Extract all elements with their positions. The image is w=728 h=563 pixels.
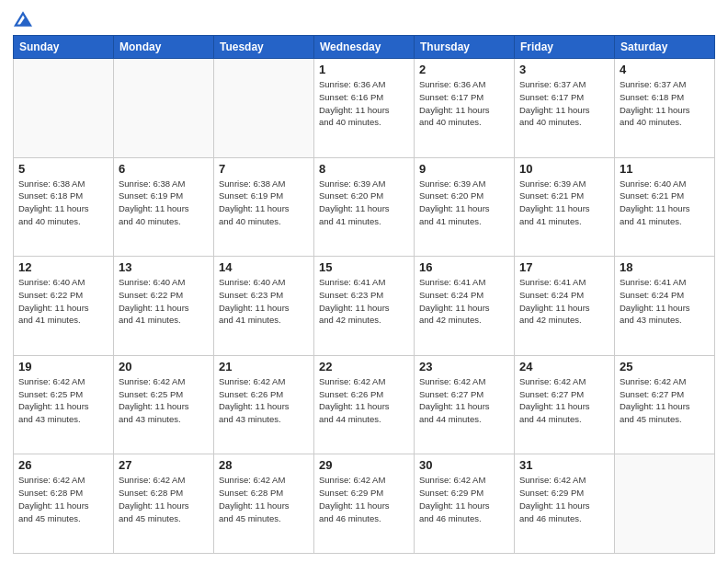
day-number: 2: [419, 63, 509, 76]
day-info: Sunrise: 6:42 AM Sunset: 6:26 PM Dayligh…: [319, 375, 409, 426]
day-info: Sunrise: 6:42 AM Sunset: 6:25 PM Dayligh…: [18, 375, 108, 426]
calendar-cell: 2Sunrise: 6:36 AM Sunset: 6:17 PM Daylig…: [415, 59, 515, 158]
day-number: 4: [620, 63, 710, 76]
day-info: Sunrise: 6:42 AM Sunset: 6:27 PM Dayligh…: [620, 375, 710, 426]
day-info: Sunrise: 6:41 AM Sunset: 6:24 PM Dayligh…: [519, 276, 609, 327]
calendar-cell: 28Sunrise: 6:42 AM Sunset: 6:28 PM Dayli…: [214, 454, 314, 554]
day-info: Sunrise: 6:40 AM Sunset: 6:22 PM Dayligh…: [119, 276, 209, 327]
day-number: 19: [18, 360, 108, 373]
day-number: 7: [219, 162, 309, 176]
calendar-cell: 12Sunrise: 6:40 AM Sunset: 6:22 PM Dayli…: [14, 257, 114, 356]
calendar-cell: 10Sunrise: 6:39 AM Sunset: 6:21 PM Dayli…: [515, 157, 615, 257]
calendar-cell: 11Sunrise: 6:40 AM Sunset: 6:21 PM Dayli…: [615, 157, 715, 257]
calendar-cell: 4Sunrise: 6:37 AM Sunset: 6:18 PM Daylig…: [615, 59, 715, 158]
day-number: 21: [219, 360, 309, 373]
day-number: 12: [18, 260, 108, 274]
day-number: 9: [419, 162, 509, 176]
day-number: 30: [419, 458, 509, 472]
week-row-1: 1Sunrise: 6:36 AM Sunset: 6:16 PM Daylig…: [14, 59, 715, 158]
calendar-cell: 18Sunrise: 6:41 AM Sunset: 6:24 PM Dayli…: [615, 257, 715, 356]
day-info: Sunrise: 6:41 AM Sunset: 6:24 PM Dayligh…: [620, 276, 710, 327]
calendar-cell: 25Sunrise: 6:42 AM Sunset: 6:27 PM Dayli…: [615, 355, 715, 454]
day-number: 17: [519, 260, 609, 274]
day-number: 26: [18, 458, 108, 472]
logo-icon: [13, 9, 33, 29]
calendar-cell: 17Sunrise: 6:41 AM Sunset: 6:24 PM Dayli…: [515, 257, 615, 356]
day-info: Sunrise: 6:41 AM Sunset: 6:24 PM Dayligh…: [419, 276, 509, 327]
day-info: Sunrise: 6:42 AM Sunset: 6:25 PM Dayligh…: [119, 375, 209, 426]
day-info: Sunrise: 6:36 AM Sunset: 6:16 PM Dayligh…: [319, 78, 409, 129]
calendar-cell: 24Sunrise: 6:42 AM Sunset: 6:27 PM Dayli…: [515, 355, 615, 454]
day-info: Sunrise: 6:42 AM Sunset: 6:28 PM Dayligh…: [18, 474, 108, 524]
day-number: 22: [319, 360, 409, 373]
day-info: Sunrise: 6:38 AM Sunset: 6:19 PM Dayligh…: [119, 178, 209, 228]
day-info: Sunrise: 6:42 AM Sunset: 6:26 PM Dayligh…: [219, 375, 309, 426]
calendar-cell: 23Sunrise: 6:42 AM Sunset: 6:27 PM Dayli…: [415, 355, 515, 454]
day-number: 24: [519, 360, 609, 373]
day-info: Sunrise: 6:36 AM Sunset: 6:17 PM Dayligh…: [419, 78, 509, 129]
day-info: Sunrise: 6:38 AM Sunset: 6:18 PM Dayligh…: [18, 178, 108, 228]
day-info: Sunrise: 6:42 AM Sunset: 6:27 PM Dayligh…: [419, 375, 509, 426]
day-info: Sunrise: 6:40 AM Sunset: 6:23 PM Dayligh…: [219, 276, 309, 327]
day-number: 28: [219, 458, 309, 472]
header: [13, 9, 715, 29]
day-info: Sunrise: 6:37 AM Sunset: 6:18 PM Dayligh…: [620, 78, 710, 129]
day-info: Sunrise: 6:39 AM Sunset: 6:21 PM Dayligh…: [519, 178, 609, 228]
calendar-cell: 1Sunrise: 6:36 AM Sunset: 6:16 PM Daylig…: [314, 59, 415, 158]
day-info: Sunrise: 6:42 AM Sunset: 6:27 PM Dayligh…: [519, 375, 609, 426]
day-number: 14: [219, 260, 309, 274]
day-info: Sunrise: 6:42 AM Sunset: 6:28 PM Dayligh…: [219, 474, 309, 524]
week-row-5: 26Sunrise: 6:42 AM Sunset: 6:28 PM Dayli…: [14, 454, 715, 554]
calendar-cell: 30Sunrise: 6:42 AM Sunset: 6:29 PM Dayli…: [415, 454, 515, 554]
calendar-cell: 14Sunrise: 6:40 AM Sunset: 6:23 PM Dayli…: [214, 257, 314, 356]
day-info: Sunrise: 6:39 AM Sunset: 6:20 PM Dayligh…: [419, 178, 509, 228]
day-info: Sunrise: 6:42 AM Sunset: 6:29 PM Dayligh…: [319, 474, 409, 524]
day-info: Sunrise: 6:40 AM Sunset: 6:21 PM Dayligh…: [620, 178, 710, 228]
weekday-header-sunday: Sunday: [14, 36, 114, 59]
calendar-cell: 7Sunrise: 6:38 AM Sunset: 6:19 PM Daylig…: [214, 157, 314, 257]
calendar-cell: 6Sunrise: 6:38 AM Sunset: 6:19 PM Daylig…: [114, 157, 214, 257]
weekday-header-saturday: Saturday: [615, 36, 715, 59]
day-number: 10: [519, 162, 609, 176]
calendar-cell: 8Sunrise: 6:39 AM Sunset: 6:20 PM Daylig…: [314, 157, 415, 257]
day-number: 23: [419, 360, 509, 373]
calendar-cell: 16Sunrise: 6:41 AM Sunset: 6:24 PM Dayli…: [415, 257, 515, 356]
logo: [13, 9, 39, 29]
day-number: 16: [419, 260, 509, 274]
calendar-cell: 31Sunrise: 6:42 AM Sunset: 6:29 PM Dayli…: [515, 454, 615, 554]
calendar-table: SundayMondayTuesdayWednesdayThursdayFrid…: [13, 35, 715, 554]
weekday-header-row: SundayMondayTuesdayWednesdayThursdayFrid…: [14, 36, 715, 59]
calendar-cell: [214, 59, 314, 158]
calendar-cell: [14, 59, 114, 158]
day-info: Sunrise: 6:41 AM Sunset: 6:23 PM Dayligh…: [319, 276, 409, 327]
day-number: 13: [119, 260, 209, 274]
calendar-cell: 5Sunrise: 6:38 AM Sunset: 6:18 PM Daylig…: [14, 157, 114, 257]
day-number: 8: [319, 162, 409, 176]
calendar-cell: [114, 59, 214, 158]
calendar-cell: 13Sunrise: 6:40 AM Sunset: 6:22 PM Dayli…: [114, 257, 214, 356]
calendar-cell: 26Sunrise: 6:42 AM Sunset: 6:28 PM Dayli…: [14, 454, 114, 554]
day-number: 31: [519, 458, 609, 472]
day-info: Sunrise: 6:42 AM Sunset: 6:29 PM Dayligh…: [419, 474, 509, 524]
weekday-header-monday: Monday: [114, 36, 214, 59]
week-row-3: 12Sunrise: 6:40 AM Sunset: 6:22 PM Dayli…: [14, 257, 715, 356]
day-info: Sunrise: 6:38 AM Sunset: 6:19 PM Dayligh…: [219, 178, 309, 228]
weekday-header-wednesday: Wednesday: [314, 36, 415, 59]
day-info: Sunrise: 6:42 AM Sunset: 6:29 PM Dayligh…: [519, 474, 609, 524]
day-info: Sunrise: 6:37 AM Sunset: 6:17 PM Dayligh…: [519, 78, 609, 129]
calendar-cell: 15Sunrise: 6:41 AM Sunset: 6:23 PM Dayli…: [314, 257, 415, 356]
day-info: Sunrise: 6:42 AM Sunset: 6:28 PM Dayligh…: [119, 474, 209, 524]
day-number: 18: [620, 260, 710, 274]
day-number: 6: [119, 162, 209, 176]
page: SundayMondayTuesdayWednesdayThursdayFrid…: [0, 0, 728, 563]
calendar-cell: 29Sunrise: 6:42 AM Sunset: 6:29 PM Dayli…: [314, 454, 415, 554]
calendar-cell: 20Sunrise: 6:42 AM Sunset: 6:25 PM Dayli…: [114, 355, 214, 454]
calendar-cell: [615, 454, 715, 554]
calendar-cell: 22Sunrise: 6:42 AM Sunset: 6:26 PM Dayli…: [314, 355, 415, 454]
day-info: Sunrise: 6:40 AM Sunset: 6:22 PM Dayligh…: [18, 276, 108, 327]
weekday-header-tuesday: Tuesday: [214, 36, 314, 59]
day-number: 11: [620, 162, 710, 176]
day-number: 1: [319, 63, 409, 76]
day-number: 27: [119, 458, 209, 472]
day-number: 20: [119, 360, 209, 373]
